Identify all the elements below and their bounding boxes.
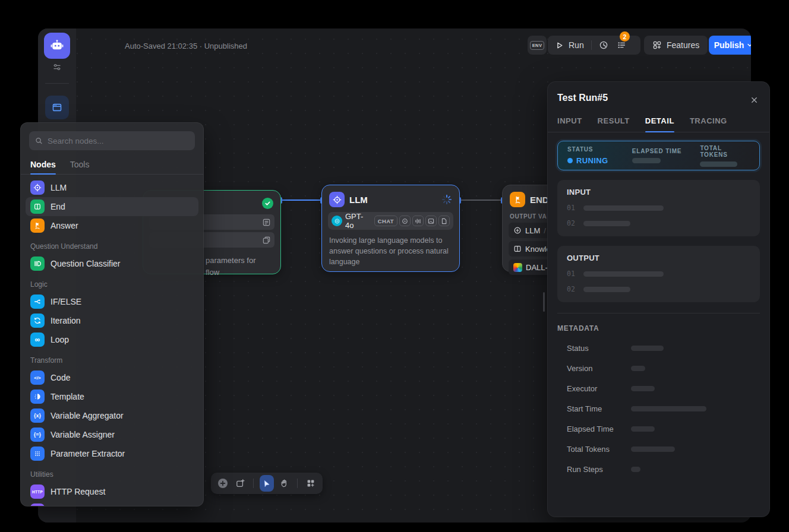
openai-model-icon [332, 216, 342, 226]
metadata-row: Version [557, 364, 760, 373]
app-logo[interactable] [44, 33, 70, 59]
top-toolbar: Auto-Saved 21:02:35 · Unpublished ENV Ru… [76, 28, 751, 62]
success-check-icon [262, 198, 273, 209]
model-selector[interactable]: GPT-4o CHAT [328, 212, 453, 230]
node-item-llm[interactable]: LLM [26, 178, 198, 197]
checklist-icon[interactable] [617, 40, 626, 50]
skeleton-bar [583, 221, 630, 226]
organize-nodes-button[interactable] [304, 475, 318, 492]
pointer-tool-button[interactable] [260, 475, 274, 492]
robot-icon [49, 38, 65, 53]
output-title: OUTPUT [567, 254, 750, 262]
divider [557, 313, 760, 314]
skeleton-bar [631, 366, 645, 371]
edge-start-llm [281, 200, 321, 201]
skeleton-bar [583, 271, 664, 277]
node-item-question-classifier[interactable]: Question Classifier [26, 254, 198, 273]
line-number: 02 [567, 285, 575, 293]
group-title: Utilities [26, 463, 198, 482]
end-icon [30, 200, 45, 214]
publish-label: Publish [714, 40, 744, 50]
node-item-ifelse[interactable]: IF/ELSE [26, 292, 198, 311]
features-icon [652, 40, 662, 50]
code-icon: </> [30, 370, 45, 385]
line-number: 01 [567, 204, 575, 212]
total-tokens-label: TOTAL TOKENS [700, 145, 750, 158]
skeleton-bar [631, 386, 655, 391]
line-number: 01 [567, 270, 575, 278]
features-button[interactable]: Features [644, 36, 708, 55]
canvas-toolbar [211, 473, 323, 494]
elapsed-time-label: ELAPSED TIME [632, 148, 700, 154]
tab-nodes[interactable]: Nodes [30, 156, 56, 174]
search-box[interactable] [29, 131, 195, 150]
env-variables-button[interactable]: ENV [528, 36, 547, 55]
checklist-count-badge: 2 [620, 31, 630, 42]
tab-result[interactable]: RESULT [598, 112, 630, 132]
hand-tool-button[interactable] [277, 475, 292, 492]
llm-node[interactable]: LLM GPT-4o CHAT [321, 185, 460, 272]
group-title: Transform [26, 349, 198, 368]
node-item-list-operator[interactable]: List Operator [26, 501, 198, 506]
tab-tracing[interactable]: TRACING [690, 112, 727, 132]
status-label: STATUS [567, 146, 632, 153]
metadata-row: Start Time [557, 404, 760, 413]
node-item-loop[interactable]: ∞ Loop [26, 330, 198, 349]
node-item-http-request[interactable]: HTTP HTTP Request [26, 482, 198, 501]
toolbar-divider [297, 479, 298, 488]
llm-node-title: LLM [349, 195, 368, 205]
input-title: INPUT [567, 188, 750, 197]
end-node-icon [510, 192, 525, 207]
add-node-button[interactable] [216, 475, 230, 492]
node-item-parameter-extractor[interactable]: Parameter Extractor [26, 444, 198, 463]
search-icon [35, 137, 43, 145]
run-history-icon[interactable] [599, 40, 608, 50]
run-button[interactable]: Run [569, 40, 584, 50]
skeleton-bar [700, 162, 737, 167]
line-number: 02 [567, 219, 575, 227]
window-icon [52, 102, 62, 113]
llm-icon [30, 180, 45, 195]
metadata-row: Run Steps [557, 465, 760, 474]
node-item-answer[interactable]: Answer [26, 216, 198, 235]
skeleton-bar [632, 158, 661, 163]
metadata-title: METADATA [557, 324, 760, 332]
toolbar-divider [591, 40, 592, 50]
publish-button[interactable]: Publish [709, 36, 751, 55]
preferences-sliders-icon[interactable] [52, 62, 62, 72]
image-capability-icon [425, 216, 437, 226]
rail-divider [45, 83, 69, 84]
close-button[interactable] [747, 93, 761, 107]
dalle-icon [513, 263, 522, 272]
paragraph-icon [262, 218, 271, 227]
edge-llm-end [460, 200, 502, 201]
tab-tools[interactable]: Tools [70, 156, 90, 174]
node-list: LLM End Answer Question Understand Quest… [21, 175, 203, 506]
canvas-scrollbar[interactable] [543, 292, 545, 312]
llm-node-icon [329, 192, 345, 207]
workflow-panel-button[interactable] [45, 96, 69, 119]
book-icon [513, 245, 522, 253]
toolbar-divider [253, 479, 254, 488]
env-icon: ENV [530, 41, 544, 50]
node-item-variable-aggregator[interactable]: {x} Variable Aggregator [26, 406, 198, 425]
node-item-end[interactable]: End [26, 197, 198, 216]
skeleton-bar [631, 446, 675, 452]
node-item-variable-assigner[interactable]: {=} Variable Assigner [26, 425, 198, 444]
tab-detail[interactable]: DETAIL [645, 112, 674, 132]
search-input[interactable] [48, 137, 189, 145]
variable-name: LLM [525, 226, 540, 235]
skeleton-bar [631, 346, 664, 351]
add-note-button[interactable] [233, 475, 248, 492]
answer-icon [30, 218, 45, 233]
tab-input[interactable]: INPUT [557, 112, 582, 132]
metadata-row: Executor [557, 384, 760, 393]
test-run-panel: Test Run#5 INPUT RESULT DETAIL TRACING S… [547, 81, 770, 517]
llm-node-description: Invoking large language models to answer… [329, 235, 452, 267]
node-item-template[interactable]: Template [26, 387, 198, 406]
node-item-iteration[interactable]: Iteration [26, 311, 198, 330]
node-item-code[interactable]: </> Code [26, 368, 198, 387]
group-title: Logic [26, 273, 198, 292]
start-node-description: parameters for flow [206, 255, 256, 278]
loop-icon: ∞ [30, 332, 45, 347]
